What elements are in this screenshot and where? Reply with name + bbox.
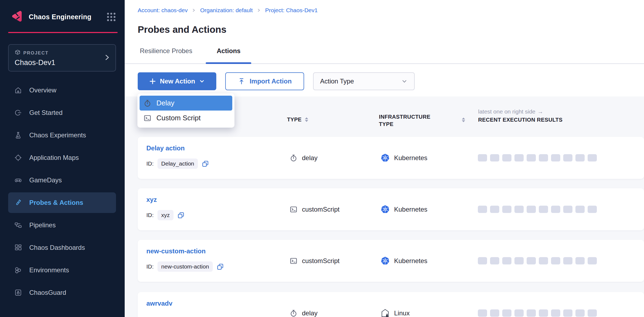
- sidebar-item-application-maps[interactable]: Application Maps: [8, 147, 116, 168]
- execution-result-placeholder: [514, 309, 524, 317]
- action-name-link[interactable]: awrvadv: [146, 300, 172, 307]
- get-started-icon: [14, 109, 22, 117]
- execution-result-placeholder: [588, 309, 597, 317]
- table-row: new-custom-action ID: new-custom-action …: [138, 240, 644, 282]
- action-name-link[interactable]: new-custom-action: [146, 247, 206, 255]
- execution-result-placeholder: [502, 257, 511, 264]
- execution-result-placeholder: [539, 154, 548, 161]
- execution-result-placeholder: [527, 257, 536, 264]
- recent-execution-results: [478, 292, 597, 317]
- execution-result-placeholder: [490, 206, 499, 213]
- sidebar-item-chaos-experiments[interactable]: Chaos Experiments: [8, 125, 116, 145]
- execution-result-placeholder: [502, 206, 511, 213]
- execution-result-placeholder: [588, 257, 597, 264]
- stopwatch-icon: [289, 309, 298, 317]
- execution-result-placeholder: [514, 154, 524, 161]
- copy-icon[interactable]: [217, 263, 224, 270]
- breadcrumb-account-link[interactable]: Account: chaos-dev: [138, 7, 188, 14]
- sidebar-header: Chaos Engineering: [0, 0, 125, 24]
- execution-result-placeholder: [539, 257, 548, 264]
- sidebar-item-chaosguard[interactable]: ChaosGuard: [8, 282, 116, 303]
- import-icon: [238, 77, 245, 85]
- kubernetes-icon: [381, 256, 390, 266]
- action-id: ID: xyz: [146, 210, 185, 220]
- dashboards-icon: [14, 244, 22, 252]
- execution-result-placeholder: [563, 154, 572, 161]
- terminal-icon: [143, 114, 152, 122]
- pipelines-icon: [14, 221, 22, 229]
- stopwatch-icon: [143, 99, 152, 107]
- sidebar-item-environments[interactable]: Environments: [8, 260, 116, 280]
- execution-result-placeholder: [575, 206, 585, 213]
- hexagons-icon: [14, 266, 22, 274]
- type-cell: customScript: [289, 188, 340, 230]
- action-id-value: new-custom-action: [157, 261, 213, 272]
- breadcrumb: Account: chaos-dev Organization: default…: [138, 7, 318, 14]
- project-selector[interactable]: PROJECT Chaos-Dev1: [8, 44, 116, 72]
- column-header-infrastructure-type: INFRASTRUCTURE TYPE: [379, 113, 430, 128]
- execution-result-placeholder: [490, 309, 499, 317]
- sidebar-item-overview[interactable]: Overview: [8, 80, 116, 101]
- breadcrumb-project-link[interactable]: Project: Chaos-Dev1: [265, 7, 318, 14]
- sidebar-item-chaos-dashboards[interactable]: Chaos Dashboards: [8, 237, 116, 258]
- execution-result-placeholder: [478, 206, 487, 213]
- execution-result-placeholder: [514, 257, 524, 264]
- tab-resilience-probes[interactable]: Resilience Probes: [140, 47, 192, 64]
- project-label: PROJECT: [23, 50, 49, 56]
- infrastructure-cell: Linux: [381, 292, 410, 317]
- action-type-select[interactable]: Action Type: [313, 72, 415, 90]
- new-action-button[interactable]: New Action: [138, 72, 216, 90]
- execution-result-placeholder: [539, 206, 548, 213]
- app-title: Chaos Engineering: [29, 13, 102, 21]
- harness-chaos-logo-icon: [10, 9, 24, 24]
- stopwatch-icon: [289, 154, 298, 162]
- recent-execution-results: [478, 188, 597, 230]
- sidebar-item-get-started[interactable]: Get Started: [8, 102, 116, 123]
- terminal-icon: [289, 205, 298, 214]
- action-name-link[interactable]: xyz: [146, 196, 157, 203]
- sort-icon[interactable]: [305, 117, 308, 122]
- type-cell: delay: [289, 292, 317, 317]
- import-action-button[interactable]: Import Action: [225, 72, 304, 90]
- column-header-recent-execution-results: RECENT EXECUTION RESULTS: [478, 117, 562, 123]
- execution-result-placeholder: [588, 206, 597, 213]
- column-header-type: TYPE: [287, 117, 308, 123]
- table-row: xyz ID: xyz customScript: [138, 188, 644, 230]
- flask-icon: [14, 131, 22, 139]
- tabbar: Resilience Probes Actions: [140, 47, 240, 64]
- gamepad-icon: [14, 176, 22, 184]
- execution-result-placeholder: [575, 309, 585, 317]
- terminal-icon: [289, 257, 298, 265]
- execution-result-placeholder: [490, 257, 499, 264]
- execution-result-placeholder: [527, 309, 536, 317]
- execution-result-placeholder: [478, 257, 487, 264]
- execution-result-placeholder: [502, 309, 511, 317]
- sidebar-item-probes-actions[interactable]: Probes & Actions: [8, 192, 116, 213]
- execution-result-placeholder: [527, 154, 536, 161]
- copy-icon[interactable]: [177, 212, 185, 219]
- execution-result-placeholder: [478, 154, 487, 161]
- execution-result-placeholder: [551, 154, 560, 161]
- shield-lock-icon: [14, 289, 22, 297]
- action-name-link[interactable]: Delay action: [146, 144, 185, 152]
- action-id-value: Delay_action: [157, 158, 198, 169]
- kubernetes-icon: [381, 153, 390, 163]
- sidebar-item-gamedays[interactable]: GameDays: [8, 170, 116, 190]
- breadcrumb-organization-link[interactable]: Organization: default: [200, 7, 253, 14]
- tab-actions[interactable]: Actions: [217, 47, 240, 64]
- chevron-right-icon: [192, 8, 196, 12]
- execution-result-placeholder: [514, 206, 524, 213]
- execution-result-placeholder: [563, 206, 572, 213]
- infrastructure-cell: Kubernetes: [381, 188, 427, 230]
- infrastructure-cell: Kubernetes: [381, 240, 427, 282]
- copy-icon[interactable]: [202, 160, 209, 167]
- arrow-right-icon: →: [537, 108, 543, 115]
- execution-result-placeholder: [539, 309, 548, 317]
- sidebar-item-pipelines[interactable]: Pipelines: [8, 215, 116, 235]
- module-switcher-grid-icon[interactable]: [106, 12, 117, 22]
- menu-item-delay[interactable]: Delay: [140, 96, 232, 111]
- table-row: Delay action ID: Delay_action delay: [138, 137, 644, 179]
- execution-result-placeholder: [490, 154, 499, 161]
- menu-item-custom-script[interactable]: Custom Script: [140, 111, 232, 125]
- sort-icon[interactable]: [462, 118, 465, 122]
